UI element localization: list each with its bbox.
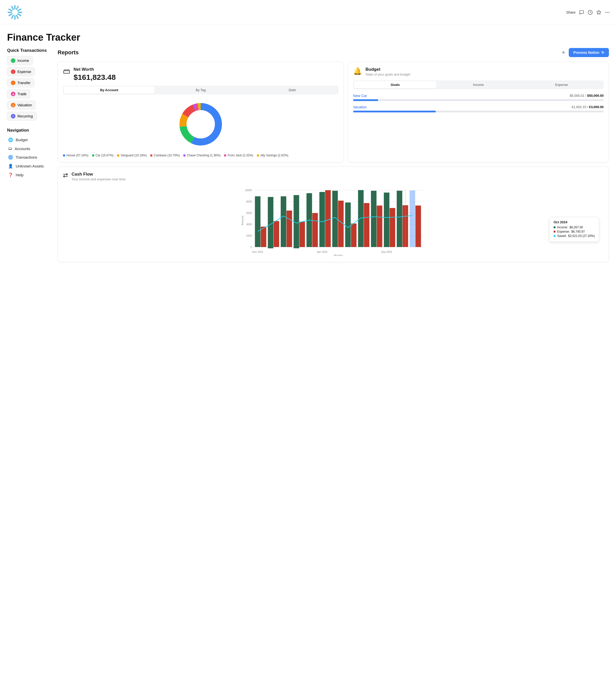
legend-label-car: Car (15.67%)	[95, 154, 113, 157]
svg-line-1	[17, 6, 18, 9]
bar-expense-12	[416, 206, 421, 247]
svg-text:6000: 6000	[246, 212, 252, 214]
net-worth-card: 🗃 Net Worth $161,823.48 By Account By Ta…	[58, 62, 344, 162]
sidebar: Quick Transactions ↑ Income ↑ Expense ↔ …	[7, 48, 58, 266]
legend-house: House (57.16%)	[63, 154, 88, 157]
nav-accounts[interactable]: 🗂 Accounts	[7, 145, 52, 152]
legend-label-vanguard: Vanguard (10.16%)	[120, 154, 147, 157]
nav-transactions-label: Transactions	[16, 155, 37, 159]
goal-vacation-name[interactable]: Vacation	[353, 105, 367, 109]
nav-budget-label: Budget	[16, 138, 28, 142]
valuation-icon: ◎	[11, 103, 16, 107]
bar-expense-8	[364, 203, 370, 247]
goal-new-car-fill	[353, 99, 378, 101]
svg-line-2	[18, 9, 21, 10]
nav-transactions[interactable]: 🌀 Transactions	[7, 153, 52, 161]
more-icon[interactable]	[605, 10, 610, 15]
bar-expense-2	[287, 211, 292, 247]
share-label[interactable]: Share	[566, 10, 576, 15]
bar-income-2	[281, 196, 286, 247]
income-icon: ↑	[11, 58, 16, 63]
bar-expense-5	[325, 190, 331, 247]
svg-text:Amount: Amount	[241, 216, 244, 225]
cashflow-header: ⇄ Cash Flow Your income and expenses ove…	[63, 172, 603, 181]
svg-line-10	[9, 9, 12, 10]
svg-text:10000: 10000	[245, 189, 252, 192]
net-worth-icon: 🗃	[63, 67, 70, 75]
svg-line-11	[12, 6, 13, 9]
goal-vacation-header: Vacation €1,002.15 / €3,000.00	[353, 105, 603, 109]
transfer-button[interactable]: ↔ Transfer	[7, 78, 35, 87]
donut-chart-container	[63, 99, 338, 150]
comment-icon[interactable]	[579, 10, 584, 15]
cashflow-info: Cash Flow Your income and expenses over …	[71, 172, 125, 181]
legend-dot-car	[92, 154, 94, 157]
tab-by-account[interactable]: By Account	[64, 86, 155, 94]
bar-income-7	[345, 203, 351, 247]
transactions-nav-icon: 🌀	[8, 155, 13, 160]
svg-line-8	[9, 14, 12, 16]
bar-income-9	[371, 191, 377, 247]
legend-dot-chase	[183, 154, 185, 157]
legend-car: Car (15.67%)	[92, 154, 113, 157]
accounts-nav-icon: 🗂	[8, 146, 12, 151]
expense-button[interactable]: ↑ Expense	[7, 67, 35, 76]
nav-budget[interactable]: 🌐 Budget	[7, 136, 52, 144]
legend-ally: Ally Savings (2.62%)	[257, 154, 288, 157]
budget-icon: 🔔	[353, 67, 362, 75]
legend-coinbase: Coinbase (10.70%)	[150, 154, 180, 157]
process-notion-button[interactable]: Process Notion ↻	[569, 48, 609, 57]
bar-expense-4	[312, 213, 318, 247]
clock-icon[interactable]	[588, 10, 593, 15]
nav-unknown-assets[interactable]: 👤 Unknown Assets	[7, 162, 52, 170]
header-right: ☀ Process Notion ↻	[561, 48, 609, 57]
bar-expense-0	[261, 227, 266, 247]
goal-new-car: New Car $5,000.01 / $50,000.00	[353, 94, 603, 101]
recurring-button[interactable]: ↻ Recurring	[7, 112, 37, 121]
budget-info: Budget State of your goals and budget	[366, 67, 410, 76]
goal-new-car-bar	[353, 99, 603, 101]
net-worth-amount: $161,823.48	[73, 73, 116, 82]
tab-expense[interactable]: Expense	[520, 81, 603, 88]
goal-new-car-name[interactable]: New Car	[353, 94, 367, 98]
trade-button[interactable]: ♟ Trade	[7, 89, 30, 98]
goal-vacation-bar	[353, 111, 603, 112]
legend-vanguard: Vanguard (10.16%)	[117, 154, 147, 157]
svg-text:8000: 8000	[246, 200, 252, 203]
legend-label-coinbase: Coinbase (10.70%)	[154, 154, 180, 157]
app-logo	[6, 3, 24, 21]
theme-toggle-icon[interactable]: ☀	[561, 49, 566, 55]
star-icon[interactable]	[596, 10, 601, 15]
legend-jack: From Jack (2.32%)	[224, 154, 253, 157]
budget-subtitle: State of your goals and budget	[366, 72, 410, 76]
expense-icon: ↑	[11, 69, 16, 74]
bar-income-8	[358, 190, 364, 247]
tab-debt[interactable]: Debt	[247, 86, 338, 94]
reports-title: Reports	[58, 49, 79, 56]
bar-expense-3	[300, 222, 305, 247]
valuation-button[interactable]: ◎ Valuation	[7, 100, 36, 110]
goal-new-car-header: New Car $5,000.01 / $50,000.00	[353, 94, 603, 98]
net-worth-info: Net Worth $161,823.48	[73, 67, 116, 82]
bar-expense-7	[351, 224, 357, 247]
bar-income-11	[397, 191, 402, 247]
svg-text:Nov 2023: Nov 2023	[252, 251, 263, 253]
budget-title: Budget	[366, 67, 410, 72]
transfer-icon: ↔	[11, 81, 16, 85]
tab-income[interactable]: Income	[437, 81, 520, 88]
expense-label: Expense	[18, 70, 31, 74]
legend-chase: Chase Checking (1.36%)	[183, 154, 220, 157]
svg-text:4000: 4000	[246, 223, 252, 226]
cashflow-icon: ⇄	[63, 172, 68, 179]
nav-help[interactable]: ❓ Help	[7, 171, 52, 179]
help-nav-icon: ❓	[8, 173, 13, 177]
bar-income-0	[255, 196, 261, 247]
income-label: Income	[18, 59, 29, 63]
income-button[interactable]: ↑ Income	[7, 56, 33, 65]
legend-dot-vanguard	[117, 154, 119, 157]
nav-accounts-label: Accounts	[15, 146, 30, 151]
tab-by-tag[interactable]: By Tag	[155, 86, 246, 94]
budget-header: 🔔 Budget State of your goals and budget	[353, 67, 603, 76]
legend-label-house: House (57.16%)	[66, 154, 88, 157]
tab-goals[interactable]: Goals	[354, 81, 437, 88]
